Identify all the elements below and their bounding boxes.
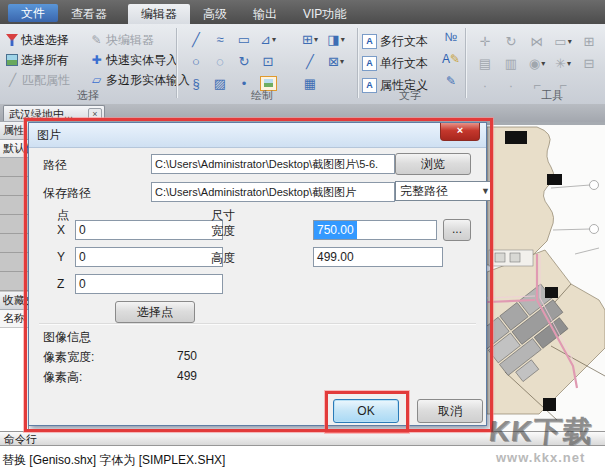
point-label: 点 xyxy=(57,207,69,224)
spell-check-icon[interactable]: A✎ xyxy=(442,52,460,74)
rotate-icon: ↻ xyxy=(498,30,524,52)
donut-tool-icon[interactable]: ◌ xyxy=(210,52,230,70)
tab-editor[interactable]: 编辑器 xyxy=(128,4,190,24)
default-value-header: 默认值 xyxy=(0,140,28,158)
dialog-title-bar[interactable]: 图片 × xyxy=(29,123,486,148)
ribbon-tab-bar: 文件 查看器 编辑器 高级 输出 VIP功能 xyxy=(0,0,605,24)
properties-panel: 属性 默认值 收藏夹 名称 xyxy=(0,122,29,431)
save-path-field[interactable]: C:\Users\Administrator\Desktop\截图图片 xyxy=(151,182,395,202)
region-tool-icon[interactable]: ⊡ xyxy=(258,52,278,70)
folder-icon: ▥ xyxy=(498,52,524,74)
tools-group-label: 工具 xyxy=(512,88,592,103)
polygon-icon: ▱ xyxy=(90,74,103,86)
floor-plan-drawing xyxy=(487,122,605,431)
arc-tool-icon[interactable]: ↻ xyxy=(234,52,254,70)
ok-button[interactable]: OK xyxy=(333,399,399,423)
document-tab[interactable]: 武汉绿地中... × xyxy=(3,105,105,121)
group-separator xyxy=(465,28,467,98)
watermark-logo: KK下载 xyxy=(487,412,595,452)
quick-select-button[interactable]: 快速选择 xyxy=(6,30,88,50)
draw-group-extra: ⊞▾ ◨▾ ╱ ⊠▾ ▦ xyxy=(300,30,352,96)
ribbon: 快速选择 ✎ 块编辑器 选择所有 ✚ 快速实体导入 ╱ 匹配属性 ▱ 多边形实体… xyxy=(0,24,605,105)
wipeout-icon[interactable]: ◨▾ xyxy=(326,30,346,48)
pixel-height-value: 499 xyxy=(177,369,197,383)
y-label: Y xyxy=(57,250,65,264)
tab-file[interactable]: 文件 xyxy=(8,4,58,22)
z-label: Z xyxy=(57,277,64,291)
pixel-width-label: 像素宽度: xyxy=(43,349,94,366)
size-label: 尺寸 xyxy=(211,207,235,224)
drawing-canvas[interactable] xyxy=(487,122,605,431)
x-label: X xyxy=(57,223,65,237)
chevron-down-icon: ▼ xyxy=(481,182,490,200)
height-input[interactable]: 499.00 xyxy=(313,247,443,267)
spline-tool-icon[interactable]: ≈ xyxy=(210,30,230,48)
group-icon: ⊟ xyxy=(576,52,602,74)
block-editor-icon: ✎ xyxy=(90,34,103,46)
multiline-text-button[interactable]: A 多行文本 xyxy=(362,30,428,52)
more-button[interactable]: ... xyxy=(443,219,471,241)
gradient-icon[interactable]: ╱ xyxy=(300,52,320,70)
text-group-label: 文字 xyxy=(370,88,450,103)
cancel-button[interactable]: 取消 xyxy=(417,399,483,423)
mirror-icon: ⋈ xyxy=(524,30,550,52)
select-all-icon xyxy=(6,54,18,66)
boundary-icon[interactable]: ⊠▾ xyxy=(326,52,346,70)
table-tool-icon[interactable]: ▦ xyxy=(300,74,320,92)
watermark-url: www.kkx.net xyxy=(496,450,585,465)
properties-grid[interactable] xyxy=(0,158,28,292)
pixel-height-label: 像素高: xyxy=(43,369,82,386)
line-tool-icon[interactable]: ╱ xyxy=(186,30,206,48)
properties-header[interactable]: 属性 xyxy=(0,122,28,140)
explode-icon: ✳▾ xyxy=(550,52,576,74)
dialog-close-button[interactable]: × xyxy=(440,123,480,141)
z-input[interactable]: 0 xyxy=(75,274,223,294)
filter-icon xyxy=(6,34,18,46)
app-window: 文件 查看器 编辑器 高级 输出 VIP功能 快速选择 ✎ 块编辑器 选择所有 … xyxy=(0,0,605,469)
circle-tool-icon[interactable]: ○ xyxy=(186,52,206,70)
width-input[interactable]: 750.00 xyxy=(313,220,437,240)
picture-dialog: 图片 × 路径 C:\Users\Administrator\Desktop\截… xyxy=(28,122,487,426)
numbering-icon[interactable]: № xyxy=(445,30,458,52)
tools-group: ✛ ↻ ⋈ ▭▾ ⊞ ▤ ▥ ◉▾ ✳▾ ⊟ ∙ ∙ ⌐ ⌐ xyxy=(472,30,602,96)
match-properties-icon: ╱ xyxy=(6,74,19,86)
move-icon: ✛ xyxy=(472,30,498,52)
text-group-extra: № A✎ ✎ xyxy=(442,30,460,96)
document-tab-bar: 武汉绿地中... × xyxy=(0,104,605,123)
path-label: 路径 xyxy=(43,157,67,174)
path-mode-dropdown[interactable]: 完整路径 ▼ xyxy=(395,181,493,201)
rectangle-tool-icon[interactable]: ▭ xyxy=(234,30,254,48)
save-path-label: 保存路径 xyxy=(43,185,91,202)
tab-viewer[interactable]: 查看器 xyxy=(58,4,120,24)
path-field[interactable]: C:\Users\Administrator\Desktop\截图图片\5-6. xyxy=(151,154,395,174)
dialog-title: 图片 xyxy=(37,128,61,142)
multiline-text-icon: A xyxy=(362,34,377,49)
tab-vip[interactable]: VIP功能 xyxy=(290,4,359,24)
open-folder-icon: ▤ xyxy=(472,52,498,74)
divider xyxy=(39,323,476,325)
tab-advanced[interactable]: 高级 xyxy=(190,4,240,24)
polyline-tool-icon[interactable]: ⊿▾ xyxy=(258,30,278,48)
match-properties-button: ╱ 匹配属性 xyxy=(6,70,88,90)
name-column-header: 名称 xyxy=(0,310,28,328)
revision-cloud-icon[interactable]: § xyxy=(186,74,206,92)
document-tab-close-icon[interactable]: × xyxy=(88,108,102,121)
x-input[interactable]: 0 xyxy=(75,220,223,240)
layer-icon: ▭▾ xyxy=(550,30,576,52)
browse-button[interactable]: 浏览 xyxy=(395,153,471,175)
copy-icon: ⊞ xyxy=(576,30,602,52)
draw-group: ╱ ≈ ▭ ⊿▾ ○ ◌ ↻ ⊡ § ▨ • xyxy=(186,30,282,96)
pick-point-button[interactable]: 选择点 xyxy=(115,301,195,323)
block-insert-icon[interactable]: ⊞▾ xyxy=(300,30,320,48)
width-label: 宽度 xyxy=(211,223,235,240)
singleline-text-icon: A xyxy=(362,56,377,71)
draw-group-label: 绘制 xyxy=(222,88,302,103)
select-all-button[interactable]: 选择所有 xyxy=(6,50,88,70)
y-input[interactable]: 0 xyxy=(75,247,223,267)
singleline-text-button[interactable]: A 单行文本 xyxy=(362,52,428,74)
group-separator xyxy=(176,28,178,98)
group-separator xyxy=(357,28,359,98)
pixel-width-value: 750 xyxy=(177,349,197,363)
tab-output[interactable]: 输出 xyxy=(240,4,290,24)
favorites-header[interactable]: 收藏夹 xyxy=(0,292,28,310)
